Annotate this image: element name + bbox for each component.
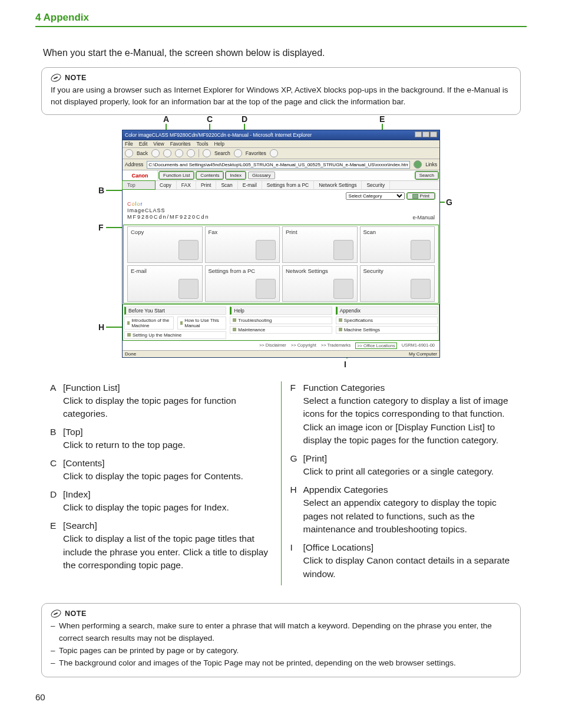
definitions-right: FFunction CategoriesSelect a function ca… bbox=[282, 381, 521, 586]
search-icon[interactable] bbox=[203, 149, 211, 157]
tab-security[interactable]: Security bbox=[362, 181, 390, 189]
status-bar: Done My Computer bbox=[123, 350, 439, 357]
definitions-left: A[Function List]Click to display the top… bbox=[41, 381, 282, 586]
definition-item: B[Top]Click to return to the top page. bbox=[50, 426, 272, 452]
definition-item: G[Print]Click to print all categories or… bbox=[290, 452, 513, 479]
menu-tools[interactable]: Tools bbox=[197, 141, 209, 147]
tab-print[interactable]: Print bbox=[196, 181, 216, 189]
index-button[interactable]: Index bbox=[226, 172, 246, 179]
link-troubleshooting[interactable]: Troubleshooting bbox=[230, 317, 332, 324]
glossary-button[interactable]: Glossary bbox=[248, 172, 275, 179]
function-list-button[interactable]: Function List bbox=[159, 172, 194, 179]
forward-icon[interactable] bbox=[151, 149, 160, 157]
link-setup-machine[interactable]: Setting Up the Machine bbox=[124, 331, 226, 339]
definition-term: [Search] bbox=[63, 519, 272, 532]
definition-term: Appendix Categories bbox=[303, 483, 513, 496]
tab-top[interactable]: Top bbox=[123, 181, 155, 189]
footer-links: >> Disclaimer >> Copyright >> Trademarks… bbox=[123, 341, 439, 350]
tab-email[interactable]: E-mail bbox=[238, 181, 262, 189]
definition-desc: Select a function category to display a … bbox=[303, 394, 513, 447]
link-howto-manual[interactable]: How to Use This Manual bbox=[177, 317, 227, 330]
favorites-icon[interactable] bbox=[234, 149, 242, 157]
tile-settings-pc[interactable]: Settings from a PC bbox=[205, 265, 280, 302]
link-office-locations[interactable]: >> Office Locations bbox=[355, 342, 397, 349]
address-input[interactable] bbox=[147, 161, 410, 169]
browser-window: Color imageCLASS MF9280Cdn/MF9220Cdn e-M… bbox=[122, 130, 440, 357]
network-icon bbox=[333, 279, 353, 299]
stop-icon[interactable] bbox=[163, 149, 171, 157]
definition-term: [Top] bbox=[63, 426, 272, 439]
note-box-1: NOTE If you are using a browser such as … bbox=[41, 67, 521, 115]
callout-c: C bbox=[207, 114, 213, 124]
link-specifications[interactable]: Specifications bbox=[336, 317, 438, 324]
note-text: If you are using a browser such as Inter… bbox=[51, 84, 511, 107]
definition-letter: H bbox=[290, 483, 303, 536]
tile-scan[interactable]: Scan bbox=[360, 226, 435, 263]
lock-icon bbox=[411, 279, 431, 299]
search-label[interactable]: Search bbox=[214, 150, 230, 156]
menu-help[interactable]: Help bbox=[214, 141, 224, 147]
definition-letter: C bbox=[50, 457, 63, 483]
go-icon[interactable] bbox=[414, 160, 422, 169]
print-button[interactable]: Print bbox=[407, 193, 435, 199]
link-trademarks[interactable]: >> Trademarks bbox=[321, 342, 351, 349]
menu-favorites[interactable]: Favorites bbox=[170, 141, 191, 147]
tab-copy[interactable]: Copy bbox=[155, 181, 177, 189]
callout-i: I bbox=[344, 360, 346, 369]
links-label[interactable]: Links bbox=[425, 162, 437, 167]
note-list: When performing a search, make sure to e… bbox=[51, 620, 511, 670]
definition-item: FFunction CategoriesSelect a function ca… bbox=[290, 381, 513, 447]
tile-print[interactable]: Print bbox=[282, 226, 358, 263]
status-done: Done bbox=[125, 351, 136, 357]
page-number: 60 bbox=[35, 692, 527, 702]
header-help[interactable]: Help bbox=[230, 307, 332, 315]
header-appendix[interactable]: Appendix bbox=[336, 307, 438, 315]
definition-letter: E bbox=[50, 519, 63, 572]
tab-scan[interactable]: Scan bbox=[216, 181, 237, 189]
tile-email[interactable]: E-mail bbox=[127, 265, 203, 302]
address-label: Address bbox=[125, 162, 143, 167]
tabs-row: Top Copy FAX Print Scan E-mail Settings … bbox=[123, 181, 439, 190]
address-bar: Address Links bbox=[123, 159, 439, 170]
history-icon[interactable] bbox=[270, 149, 278, 157]
tile-copy[interactable]: Copy bbox=[127, 226, 203, 263]
note-label: NOTE bbox=[65, 74, 87, 82]
back-icon[interactable] bbox=[125, 149, 133, 157]
home-icon[interactable] bbox=[187, 149, 195, 157]
tab-fax[interactable]: FAX bbox=[177, 181, 196, 189]
menu-edit[interactable]: Edit bbox=[139, 141, 148, 147]
callout-f: F bbox=[98, 223, 104, 232]
refresh-icon[interactable] bbox=[175, 149, 183, 157]
definition-item: I[Office Locations]Click to display Cano… bbox=[290, 541, 513, 581]
link-disclaimer[interactable]: >> Disclaimer bbox=[259, 342, 286, 349]
tab-settings-pc[interactable]: Settings from a PC bbox=[262, 181, 314, 189]
link-maintenance[interactable]: Maintenance bbox=[230, 326, 332, 334]
intro-text: When you start the e-Manual, the screen … bbox=[43, 48, 527, 58]
menu-file[interactable]: File bbox=[125, 141, 133, 147]
app-nav-row: Canon Function List Contents Index Gloss… bbox=[123, 170, 439, 181]
back-label[interactable]: Back bbox=[137, 150, 148, 156]
tile-fax[interactable]: Fax bbox=[205, 226, 280, 263]
link-copyright[interactable]: >> Copyright bbox=[291, 342, 316, 349]
status-mycomputer: My Computer bbox=[409, 351, 437, 357]
tab-network[interactable]: Network Settings bbox=[314, 181, 362, 189]
definition-term: [Office Locations] bbox=[303, 541, 513, 554]
menu-bar[interactable]: File Edit View Favorites Tools Help bbox=[123, 140, 439, 148]
definition-letter: F bbox=[290, 381, 303, 447]
menu-view[interactable]: View bbox=[153, 141, 164, 147]
contents-button[interactable]: Contents bbox=[196, 172, 223, 179]
favorites-label[interactable]: Favorites bbox=[246, 150, 266, 156]
link-machine-settings[interactable]: Machine Settings bbox=[336, 326, 438, 334]
window-buttons[interactable] bbox=[414, 131, 437, 139]
link-intro-machine[interactable]: Introduction of the Machine bbox=[124, 317, 174, 330]
note-icon bbox=[49, 73, 62, 83]
scan-icon bbox=[411, 240, 431, 260]
header-before[interactable]: Before You Start bbox=[124, 307, 226, 315]
definition-desc: Click to print all categories or a singl… bbox=[303, 465, 513, 478]
tile-security[interactable]: Security bbox=[360, 265, 435, 302]
select-category[interactable]: Select Category bbox=[346, 192, 405, 200]
search-button[interactable]: Search bbox=[415, 172, 438, 179]
tile-network[interactable]: Network Settings bbox=[282, 265, 358, 302]
appendix-area: Before You Start Help Appendix Introduct… bbox=[123, 304, 439, 341]
email-icon bbox=[178, 279, 199, 299]
